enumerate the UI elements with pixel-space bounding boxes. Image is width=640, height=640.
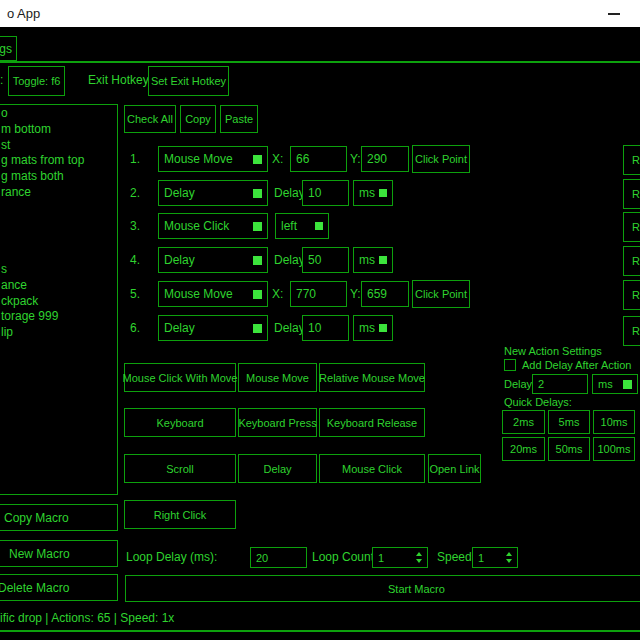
add-right-click-button[interactable]: Right Click: [124, 500, 236, 529]
y-input[interactable]: [361, 146, 409, 172]
dropdown-arrow-icon: [253, 189, 262, 198]
new-macro-button[interactable]: New Macro: [0, 540, 118, 567]
dropdown-arrow-icon: [253, 222, 262, 231]
spinner-down-icon[interactable]: [416, 559, 422, 563]
remove-action-button[interactable]: R: [623, 280, 640, 310]
speed-stepper[interactable]: 1: [472, 547, 518, 568]
add-mouse-click-with-move-button[interactable]: Mouse Click With Move: [124, 363, 236, 392]
new-action-delay-input[interactable]: [532, 374, 588, 394]
delay-unit-dropdown[interactable]: ms: [353, 247, 393, 273]
add-open-link-button[interactable]: Open Link: [428, 454, 481, 483]
action-type-dropdown[interactable]: Mouse Move: [158, 146, 268, 172]
add-keyboard-button[interactable]: Keyboard: [124, 408, 236, 437]
delay-unit-value: ms: [598, 378, 613, 390]
row-number: 3.: [130, 219, 140, 233]
loop-count-label: Loop Count:: [312, 550, 377, 564]
list-item[interactable]: ckpack: [0, 294, 117, 310]
list-item[interactable]: g mats both: [0, 169, 117, 185]
remove-action-button[interactable]: R: [623, 212, 640, 242]
spinner-up-icon[interactable]: [416, 552, 422, 556]
quick-delay-10ms-button[interactable]: 10ms: [593, 410, 635, 434]
spinner-up-icon[interactable]: [506, 552, 512, 556]
y-label: Y:: [350, 152, 361, 166]
check-all-button[interactable]: Check All: [124, 105, 176, 133]
list-item[interactable]: ance: [0, 278, 117, 294]
action-type-dropdown[interactable]: Delay: [158, 315, 268, 341]
dropdown-arrow-icon: [253, 324, 262, 333]
paste-button[interactable]: Paste: [220, 105, 258, 133]
minimize-button[interactable]: [601, 0, 627, 27]
button-label: 50ms: [556, 443, 583, 455]
add-keyboard-press-button[interactable]: Keyboard Press: [238, 408, 317, 437]
y-input[interactable]: [361, 281, 409, 307]
remove-action-button[interactable]: R: [623, 179, 640, 209]
remove-label: R: [632, 289, 640, 301]
start-macro-button[interactable]: Start Macro: [125, 575, 640, 602]
button-label: Scroll: [166, 463, 194, 475]
quick-delay-100ms-button[interactable]: 100ms: [593, 437, 635, 461]
row-number: 4.: [130, 253, 140, 267]
macro-listbox[interactable]: o m bottom st g mats from top g mats bot…: [0, 104, 118, 495]
check-all-label: Check All: [127, 113, 173, 125]
add-delay-button[interactable]: Delay: [238, 454, 317, 483]
button-label: 2ms: [513, 416, 534, 428]
new-action-delay-unit-dropdown[interactable]: ms: [592, 374, 638, 394]
delay-unit-dropdown[interactable]: ms: [353, 180, 393, 206]
action-row-4: 4. Delay Delay ms: [124, 247, 640, 273]
dropdown-arrow-icon: [379, 256, 387, 264]
x-input[interactable]: [290, 281, 347, 307]
click-point-button[interactable]: Click Point: [412, 145, 470, 173]
delete-macro-button[interactable]: Delete Macro: [0, 574, 118, 601]
spinner-arrows[interactable]: [506, 552, 512, 563]
list-item[interactable]: s: [0, 262, 117, 278]
action-type-dropdown[interactable]: Delay: [158, 247, 268, 273]
list-item[interactable]: rance: [0, 185, 117, 201]
quick-delay-20ms-button[interactable]: 20ms: [502, 437, 545, 461]
delay-input[interactable]: [302, 180, 349, 206]
add-delay-after-action-checkbox[interactable]: [504, 359, 516, 371]
list-item[interactable]: st: [0, 138, 117, 154]
delay-input[interactable]: [302, 247, 349, 273]
add-keyboard-release-button[interactable]: Keyboard Release: [319, 408, 425, 437]
click-point-button[interactable]: Click Point: [412, 280, 470, 308]
add-mouse-click-button[interactable]: Mouse Click: [319, 454, 425, 483]
spinner-down-icon[interactable]: [506, 559, 512, 563]
button-label: New Macro: [9, 547, 70, 561]
remove-action-button[interactable]: R: [623, 145, 640, 175]
loop-delay-input[interactable]: [250, 547, 307, 568]
delay-label: Delay: [274, 321, 305, 335]
list-item[interactable]: m bottom: [0, 122, 117, 138]
remove-action-button[interactable]: R: [623, 246, 640, 276]
quick-delay-5ms-button[interactable]: 5ms: [548, 410, 590, 434]
paste-label: Paste: [225, 113, 253, 125]
x-label: X:: [272, 152, 283, 166]
add-delay-after-action-label: Add Delay After Action: [522, 359, 631, 371]
set-exit-hotkey-button[interactable]: Set Exit Hotkey: [148, 66, 229, 96]
add-mouse-move-button[interactable]: Mouse Move: [238, 363, 317, 392]
remove-action-button[interactable]: R: [623, 316, 640, 346]
list-item[interactable]: lip: [0, 325, 117, 341]
x-input[interactable]: [290, 146, 347, 172]
delay-label: Delay: [274, 186, 305, 200]
loop-count-stepper[interactable]: 1: [372, 547, 428, 568]
action-type-dropdown[interactable]: Mouse Click: [158, 213, 268, 239]
add-scroll-button[interactable]: Scroll: [124, 454, 236, 483]
list-item[interactable]: o: [0, 106, 117, 122]
spinner-arrows[interactable]: [416, 552, 422, 563]
action-type-dropdown[interactable]: Mouse Move: [158, 281, 268, 307]
dropdown-arrow-icon: [379, 189, 387, 197]
action-type-dropdown[interactable]: Delay: [158, 180, 268, 206]
tab-settings[interactable]: gs: [0, 36, 17, 61]
toggle-hotkey-button[interactable]: Toggle: f6: [8, 66, 65, 96]
list-item[interactable]: torage 999: [0, 309, 117, 325]
quick-delay-2ms-button[interactable]: 2ms: [502, 410, 545, 434]
list-item[interactable]: g mats from top: [0, 153, 117, 169]
mouse-button-dropdown[interactable]: left: [275, 213, 329, 239]
quick-delay-50ms-button[interactable]: 50ms: [548, 437, 590, 461]
copy-macro-button[interactable]: Copy Macro: [0, 504, 118, 531]
copy-button[interactable]: Copy: [180, 105, 216, 133]
dropdown-arrow-icon: [253, 256, 262, 265]
add-relative-mouse-move-button[interactable]: Relative Mouse Move: [319, 363, 425, 392]
delay-input[interactable]: [302, 315, 349, 341]
delay-unit-dropdown[interactable]: ms: [353, 315, 393, 341]
